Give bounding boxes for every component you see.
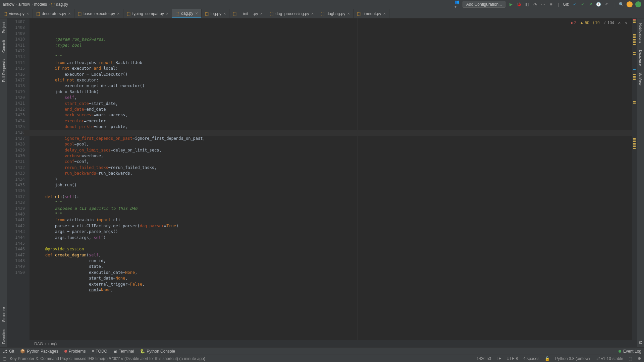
code-line[interactable]: end_date=end_date, [36, 107, 632, 112]
caret-position[interactable]: 1426:53 [477, 356, 491, 361]
structure-tool-button[interactable]: Structure [1, 304, 6, 325]
search-icon[interactable]: 🔍 [619, 2, 624, 7]
code-line[interactable]: pool=pool, [36, 141, 632, 147]
commit-tool-button[interactable]: Commit [1, 37, 6, 56]
code-line[interactable]: job.run() [36, 182, 632, 188]
vcs-update-icon[interactable]: ✓ [572, 2, 577, 7]
debug-icon[interactable]: 🐞 [516, 2, 522, 7]
todo-tool-button[interactable]: ≡TODO [92, 349, 107, 354]
code-line[interactable]: verbose=verbose, [36, 153, 632, 159]
weak-warning-indicator-icon[interactable]: ✓ 104 [603, 20, 614, 25]
code-line[interactable]: start_date=start_date, [36, 101, 632, 107]
vcs-push-icon[interactable]: ↗ [588, 2, 593, 7]
file-encoding[interactable]: UTF-8 [506, 356, 518, 361]
editor-tab[interactable]: ⬚log.py× [202, 9, 230, 18]
next-highlight-icon[interactable]: v [625, 20, 628, 25]
git-tool-button[interactable]: ⎇Git [3, 349, 14, 354]
code-breadcrumb[interactable]: DAG › run() [7, 340, 637, 347]
close-tab-icon[interactable]: × [68, 11, 71, 16]
sciview-tool-button[interactable]: SciView [638, 69, 643, 89]
editor-tab[interactable]: ⬚base_executor.py× [74, 9, 123, 18]
close-tab-icon[interactable]: × [347, 11, 350, 16]
close-tab-icon[interactable]: × [117, 11, 120, 16]
coverage-icon[interactable]: ◧ [524, 2, 530, 7]
gutter[interactable]: 1407140814091410141114121413141414151416… [7, 18, 30, 340]
code-line[interactable]: rerun_failed_tasks=rerun_failed_tasks, [36, 165, 632, 171]
code-line[interactable]: parser = cli.CLIFactory.get_parser(dag_p… [36, 223, 632, 229]
code-line[interactable]: self, [36, 95, 632, 101]
code-line[interactable]: """ [36, 54, 632, 60]
editor-tab[interactable]: ⬚__init__.py× [229, 9, 266, 18]
database-tool-button[interactable]: Database [638, 47, 643, 69]
tool-window-quick-access-icon[interactable]: ▢ [3, 356, 6, 361]
code-line[interactable]: donot_pickle=donot_pickle, [36, 124, 632, 130]
stop-icon[interactable]: ■ [548, 2, 554, 7]
problems-tool-button[interactable]: Problems [64, 349, 86, 354]
code-line[interactable]: external_trigger=False, [36, 282, 632, 287]
notifications-tool-button[interactable]: Notifications [638, 20, 643, 47]
editor-tab[interactable]: ⬚timeout.py× [354, 9, 389, 18]
close-tab-icon[interactable]: × [166, 11, 169, 16]
git-branch-widget[interactable]: ⎇ v1-10-stable [595, 356, 623, 361]
code-line[interactable] [36, 241, 632, 246]
typo-indicator-icon[interactable]: ⫲ 19 [593, 20, 600, 25]
editor-tab[interactable]: ⬚typing_compat.py× [123, 9, 172, 18]
vcs-revert-icon[interactable]: ↶ [604, 2, 609, 7]
close-tab-icon[interactable]: × [26, 11, 29, 16]
user-with-dropdown-icon[interactable]: 👥▾ [454, 2, 460, 7]
code-line[interactable]: delay_on_limit_secs=delay_on_limit_secs, [36, 147, 632, 153]
breadcrumb-mid[interactable]: airflow [18, 2, 30, 7]
code-line[interactable]: args = parser.parse_args() [36, 229, 632, 235]
close-tab-icon[interactable]: × [195, 11, 198, 16]
editor-tab[interactable]: ⬚dagbag.py× [317, 9, 354, 18]
ide-status-icon[interactable]: ⚙ [638, 356, 641, 361]
code-with-me-icon[interactable] [635, 1, 641, 7]
editor-tab[interactable]: ⬚decorators.py× [33, 9, 74, 18]
line-separator[interactable]: LF [496, 356, 501, 361]
python-console-tool-button[interactable]: 🐍Python Console [140, 349, 175, 354]
code-text-area[interactable]: :param run_backwards: :type: bool """ fr… [30, 18, 632, 340]
favorites-tool-button[interactable]: Favorites [1, 325, 6, 347]
terminal-tool-button[interactable]: ▣Terminal [113, 349, 134, 354]
code-line[interactable] [36, 188, 632, 194]
code-line[interactable]: """ [36, 200, 632, 205]
code-line[interactable]: """ [36, 212, 632, 217]
breadcrumb-root[interactable]: airflow [3, 2, 14, 7]
event-log-button[interactable]: Event Log [623, 349, 641, 354]
python-interpreter[interactable]: Python 3.8 (airflow) [555, 356, 590, 361]
code-line[interactable]: run_id, [36, 258, 632, 264]
vcs-commit-icon[interactable]: ✓ [580, 2, 585, 7]
close-tab-icon[interactable]: × [223, 11, 226, 16]
code-line[interactable]: ) [36, 177, 632, 182]
indent-settings[interactable]: 4 spaces [523, 356, 539, 361]
code-line[interactable]: :param run_backwards: [36, 37, 632, 42]
something-icon[interactable]: ⋯ [540, 2, 546, 7]
code-line[interactable]: def create_dagrun(self, [36, 252, 632, 258]
code-line[interactable]: from airflow.jobs import BackfillJob [36, 60, 632, 66]
code-line[interactable]: @provide_session [36, 246, 632, 252]
status-message[interactable]: Key Promoter X: Command Project missed 9… [10, 356, 205, 361]
code-line[interactable]: Exposes a CLI specific to this DAG [36, 206, 632, 212]
profile-icon[interactable]: ◔ [532, 2, 538, 7]
code-line[interactable]: conf=conf, [36, 159, 632, 165]
close-tab-icon[interactable]: × [260, 11, 263, 16]
code-line[interactable]: executor=executor, [36, 118, 632, 124]
editor-tab[interactable]: ⬚dag_processing.py× [266, 9, 317, 18]
avatar-icon[interactable] [627, 1, 633, 7]
inspection-widget[interactable]: ● 2 ▲ 50 ⫲ 19 ✓ 104 ʌ v [569, 20, 630, 26]
code-line[interactable]: if not executor and local: [36, 66, 632, 71]
code-line[interactable]: mark_success=mark_success, [36, 112, 632, 118]
run-icon[interactable]: ▶ [508, 2, 514, 7]
python-packages-tool-button[interactable]: 📦Python Packages [20, 349, 58, 354]
editor-tab[interactable]: ⬚views.py× [0, 9, 33, 18]
code-line[interactable]: from airflow.bin import cli [36, 217, 632, 223]
code-line[interactable]: state, [36, 264, 632, 269]
pull-requests-tool-button[interactable]: Pull Requests [1, 56, 6, 85]
close-tab-icon[interactable]: × [383, 11, 386, 16]
breadcrumb-file[interactable]: dag.py [56, 2, 68, 7]
code-line[interactable]: executor = get_default_executor() [36, 83, 632, 89]
memory-indicator-icon[interactable]: ⬚ [629, 356, 632, 361]
breadcrumb[interactable]: airflow › airflow › models › ⬚ dag.py [3, 2, 68, 7]
mpl-tool-button[interactable]: M [638, 338, 643, 347]
editor-tab[interactable]: ⬚dag.py× [172, 9, 202, 18]
